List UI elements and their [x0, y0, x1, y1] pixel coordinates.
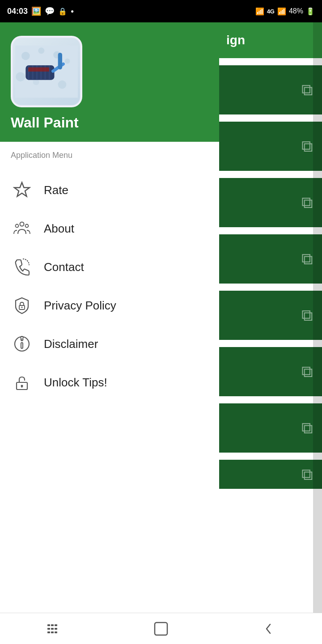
main-header: ign — [219, 22, 322, 58]
arrow-icon-8: ⧉ — [301, 465, 313, 484]
svg-rect-39 — [155, 623, 167, 635]
status-bar: 04:03 🖼️ 💬 🔒 ● 📶 4G 📶 48% 🔋 — [0, 0, 322, 22]
content-item-7[interactable]: ⧉ — [219, 403, 322, 453]
svg-rect-30 — [47, 624, 50, 626]
shield-svg — [13, 297, 31, 314]
three-lines-icon — [46, 621, 62, 637]
battery-percentage: 48% — [289, 7, 303, 15]
menu-item-disclaimer[interactable]: Disclaimer — [11, 325, 208, 363]
phone-svg — [13, 258, 31, 276]
svg-point-2 — [38, 47, 44, 54]
arrow-icon-2: ⧉ — [301, 137, 313, 156]
arrow-icon-3: ⧉ — [301, 193, 313, 212]
menu-section: Application Menu Rate — [0, 142, 219, 644]
app-icon-svg — [15, 45, 78, 98]
svg-rect-25 — [21, 343, 23, 348]
message-icon: 💬 — [45, 6, 55, 16]
back-icon — [260, 621, 276, 637]
svg-rect-34 — [51, 628, 54, 630]
lock-open-icon — [11, 371, 33, 394]
drawer: Wall Paint Application Menu Rate — [0, 22, 219, 644]
svg-rect-15 — [28, 68, 49, 72]
svg-rect-33 — [51, 624, 54, 626]
status-right-icons: 📶 4G 📶 48% 🔋 — [255, 7, 315, 16]
lock-svg — [13, 373, 31, 391]
info-icon — [11, 333, 33, 355]
network-4g: 4G — [267, 8, 275, 15]
svg-point-7 — [58, 80, 67, 89]
svg-point-18 — [20, 222, 24, 226]
content-item-4[interactable]: ⧉ — [219, 234, 322, 284]
about-label: About — [44, 222, 74, 236]
battery-icon: 🔋 — [306, 7, 315, 16]
signal-icon: 📶 — [255, 7, 264, 16]
time-display: 04:03 — [7, 7, 28, 16]
dot-icon: ● — [71, 8, 74, 14]
svg-rect-36 — [55, 624, 57, 626]
svg-point-1 — [21, 52, 30, 60]
arrow-icon-7: ⧉ — [301, 419, 313, 437]
nav-bar — [0, 613, 322, 644]
svg-rect-38 — [55, 631, 57, 633]
drawer-header: Wall Paint — [0, 22, 219, 142]
privacy-label: Privacy Policy — [44, 299, 116, 313]
arrow-icon-4: ⧉ — [301, 250, 313, 268]
app-name: Wall Paint — [11, 114, 79, 131]
info-svg — [13, 335, 31, 353]
svg-rect-35 — [51, 631, 54, 633]
svg-rect-37 — [55, 628, 57, 630]
svg-rect-32 — [47, 631, 50, 633]
content-item-3[interactable]: ⧉ — [219, 178, 322, 227]
arrow-icon-6: ⧉ — [301, 362, 313, 381]
svg-point-19 — [16, 225, 19, 228]
nav-menu-button[interactable] — [40, 615, 67, 642]
main-layout: Wall Paint Application Menu Rate — [0, 22, 322, 644]
drawer-shadow — [313, 22, 322, 644]
svg-rect-17 — [58, 53, 62, 69]
nav-home-button[interactable] — [148, 615, 174, 642]
lock-icon: 🔒 — [58, 7, 67, 16]
star-svg — [13, 181, 31, 199]
svg-point-20 — [25, 225, 29, 228]
svg-point-4 — [65, 59, 70, 64]
arrow-icon-1: ⧉ — [301, 80, 313, 99]
image-icon: 🖼️ — [31, 6, 41, 16]
content-item-5[interactable]: ⧉ — [219, 291, 322, 340]
people-svg — [13, 220, 31, 237]
svg-point-22 — [21, 307, 23, 308]
main-title-partial: ign — [226, 33, 245, 47]
menu-item-contact[interactable]: Contact — [11, 248, 208, 286]
content-item-1[interactable]: ⧉ — [219, 65, 322, 114]
signal-icon-2: 📶 — [277, 7, 286, 16]
unlock-label: Unlock Tips! — [44, 376, 107, 390]
contact-label: Contact — [44, 260, 84, 274]
status-time: 04:03 🖼️ 💬 🔒 ● — [7, 6, 74, 16]
app-icon-container — [11, 36, 82, 107]
menu-label: Application Menu — [11, 151, 208, 160]
menu-item-rate[interactable]: Rate — [11, 171, 208, 209]
disclaimer-label: Disclaimer — [44, 337, 98, 351]
rate-label: Rate — [44, 183, 68, 197]
menu-item-unlock[interactable]: Unlock Tips! — [11, 363, 208, 402]
home-icon — [153, 621, 169, 637]
content-item-8[interactable]: ⧉ — [219, 460, 322, 489]
svg-rect-31 — [47, 628, 50, 630]
arrow-icon-5: ⧉ — [301, 306, 313, 325]
star-icon — [11, 179, 33, 201]
main-content: ign ⧉ ⧉ ⧉ ⧉ ⧉ ⧉ ⧉ — [219, 22, 322, 644]
nav-back-button[interactable] — [255, 615, 282, 642]
content-item-2[interactable]: ⧉ — [219, 122, 322, 171]
app-icon-bg — [13, 38, 80, 105]
svg-point-5 — [16, 72, 25, 81]
svg-rect-29 — [21, 386, 22, 388]
content-item-6[interactable]: ⧉ — [219, 347, 322, 396]
people-icon — [11, 217, 33, 240]
shield-icon — [11, 294, 33, 317]
content-list: ⧉ ⧉ ⧉ ⧉ ⧉ ⧉ ⧉ ⧉ — [219, 58, 322, 494]
phone-icon — [11, 256, 33, 278]
menu-item-privacy[interactable]: Privacy Policy — [11, 286, 208, 325]
menu-item-about[interactable]: About — [11, 209, 208, 248]
